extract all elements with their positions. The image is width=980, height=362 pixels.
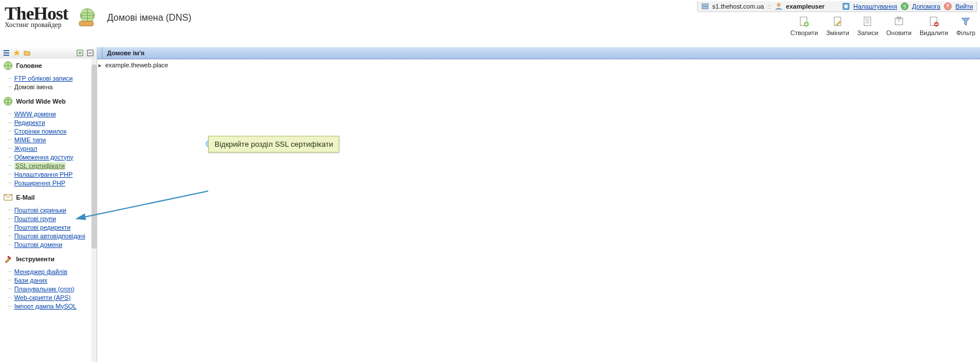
refresh-button[interactable]: Оновити xyxy=(886,16,912,36)
sidebar-item[interactable]: ⋯Поштові автовідповідачі xyxy=(8,231,97,240)
sidebar-item[interactable]: ⋯MIME типи xyxy=(8,135,97,144)
main-panel: Домове ім'я ▸ example.theweb.place xyxy=(97,47,980,362)
sidebar-group-title: World Wide Web xyxy=(16,98,66,105)
sidebar-item-label[interactable]: Бази даних xyxy=(14,277,48,284)
svg-rect-1 xyxy=(702,7,708,9)
sidebar-scrollbar-thumb[interactable] xyxy=(91,64,97,249)
sidebar-item[interactable]: ⋯Редиректи xyxy=(8,118,97,127)
tree-dots: ⋯ xyxy=(8,153,12,161)
tree-dots: ⋯ xyxy=(8,170,12,178)
sidebar-item-label[interactable]: Розширення PHP xyxy=(14,180,66,186)
user-icon xyxy=(775,2,783,10)
sidebar-item-label[interactable]: Налаштування PHP xyxy=(14,171,73,178)
sidebar-item[interactable]: ⋯Обмеження доступу xyxy=(8,153,97,161)
tree-dots: ⋯ xyxy=(8,110,12,117)
brand-line1: TheHost xyxy=(5,6,68,21)
sidebar-item-label[interactable]: Поштові домени xyxy=(14,241,63,248)
tree-dots: ⋯ xyxy=(8,241,12,248)
settings-icon xyxy=(842,2,850,10)
collapse-all-icon[interactable] xyxy=(86,49,94,57)
callout-tooltip: Відкрийте розділ SSL сертифікати xyxy=(208,136,339,153)
globe-icon xyxy=(3,97,13,106)
sidebar-item[interactable]: ⋯Планувальник (cron) xyxy=(8,284,97,293)
sidebar-item-label[interactable]: Поштові автовідповідачі xyxy=(14,233,86,239)
records-button[interactable]: Записи xyxy=(858,16,879,36)
sidebar-item[interactable]: ⋯Домові імена xyxy=(8,82,97,91)
sidebar-item-label[interactable]: Поштові редиректи xyxy=(14,224,71,231)
sidebar-item-label[interactable]: Менеджер файлів xyxy=(14,268,67,275)
svg-text:?: ? xyxy=(903,4,906,10)
sidebar-item-label[interactable]: Web-скрипти (APS) xyxy=(14,294,71,301)
svg-rect-11 xyxy=(79,21,93,26)
tree-dots: ⋯ xyxy=(8,179,12,186)
sidebar-item-label[interactable]: Журнал xyxy=(14,145,37,152)
table-row[interactable]: ▸ example.theweb.place xyxy=(97,59,980,71)
sidebar-item[interactable]: ⋯Розширення PHP xyxy=(8,178,97,187)
mail-icon xyxy=(3,193,13,202)
sidebar-group-head[interactable]: World Wide Web xyxy=(0,94,97,108)
sidebar-item-label[interactable]: Поштові скриньки xyxy=(14,207,67,214)
sidebar-item-label[interactable]: SSL сертифікати xyxy=(14,162,66,169)
sidebar-item-label[interactable]: Сторінки помилок xyxy=(14,128,67,135)
sidebar-item-label[interactable]: FTP облікові записи xyxy=(14,75,73,82)
sidebar-item[interactable]: ⋯Бази даних xyxy=(8,276,97,284)
sidebar-group-head[interactable]: E-Mail xyxy=(0,190,97,204)
tree-dots: ⋯ xyxy=(8,294,12,301)
tree-dots: ⋯ xyxy=(8,268,12,275)
filter-button[interactable]: Фільтр xyxy=(956,16,975,36)
server-icon xyxy=(701,2,709,10)
sidebar-item-label[interactable]: Планувальник (cron) xyxy=(14,285,75,292)
create-button[interactable]: Створити xyxy=(790,16,818,36)
sidebar-item[interactable]: ⋯Web-скрипти (APS) xyxy=(8,293,97,302)
tree-dots: ⋯ xyxy=(8,285,12,292)
tree-dots: ⋯ xyxy=(8,302,12,310)
sidebar-item-label[interactable]: Редиректи xyxy=(14,119,45,126)
sidebar-item[interactable]: ⋯Поштові домени xyxy=(8,240,97,249)
sidebar-item-label[interactable]: Поштові групи xyxy=(14,215,56,222)
sidebar-item-label[interactable]: MIME типи xyxy=(14,136,46,143)
sidebar-item-label[interactable]: WWW домени xyxy=(14,110,56,117)
tree-dots: ⋯ xyxy=(8,144,12,152)
delete-button[interactable]: Видалити xyxy=(920,16,948,36)
sidebar-item[interactable]: ⋯Налаштування PHP xyxy=(8,170,97,178)
help-link[interactable]: Допомога xyxy=(912,3,940,10)
edit-button[interactable]: Змінити xyxy=(826,16,849,36)
sidebar-item[interactable]: ⋯Імпорт дампа MySQL xyxy=(8,302,97,310)
sidebar-item[interactable]: ⋯Поштові скриньки xyxy=(8,205,97,214)
svg-point-2 xyxy=(777,3,780,6)
brand-line2: Хостинг провайдер xyxy=(5,21,68,29)
sidebar-item[interactable]: ⋯SSL сертифікати xyxy=(8,161,97,170)
server-host: s1.thehost.com.ua xyxy=(713,3,764,10)
sidebar-group-head[interactable]: Інструменти xyxy=(0,252,97,266)
sidebar-group-title: Головне xyxy=(16,62,42,69)
settings-link[interactable]: Налаштування xyxy=(853,3,897,10)
sidebar-item-label[interactable]: Домові імена xyxy=(14,83,53,90)
sidebar-item[interactable]: ⋯Поштові редиректи xyxy=(8,223,97,231)
toolbar: Створити Змінити Записи Оновити Видалити… xyxy=(790,16,975,36)
sidebar-item[interactable]: ⋯Менеджер файлів xyxy=(8,267,97,276)
folder-icon[interactable] xyxy=(23,49,31,57)
sidebar-item[interactable]: ⋯Сторінки помилок xyxy=(8,127,97,135)
row-domain: example.theweb.place xyxy=(103,62,170,68)
tree-dots: ⋯ xyxy=(8,119,12,126)
logout-link[interactable]: Вийти xyxy=(955,3,973,10)
tree-dots: ⋯ xyxy=(8,276,12,284)
sidebar-item[interactable]: ⋯WWW домени xyxy=(8,109,97,118)
sidebar-item[interactable]: ⋯Журнал xyxy=(8,144,97,153)
list-icon[interactable] xyxy=(2,49,10,57)
sidebar-item[interactable]: ⋯Поштові групи xyxy=(8,214,97,223)
sidebar-group-title: E-Mail xyxy=(16,194,35,201)
tree-dots: ⋯ xyxy=(8,74,12,82)
sidebar-group-head[interactable]: Головне xyxy=(0,59,97,73)
separator: :: xyxy=(767,3,771,10)
star-icon[interactable] xyxy=(13,49,21,57)
tree-dots: ⋯ xyxy=(8,127,12,135)
column-header-domain[interactable]: Домове ім'я xyxy=(102,49,149,56)
expand-all-icon[interactable] xyxy=(76,49,84,57)
sidebar-item-label[interactable]: Обмеження доступу xyxy=(14,154,74,161)
sidebar-body: Головне⋯FTP облікові записи⋯Домові імена… xyxy=(0,59,97,362)
svg-rect-15 xyxy=(864,17,871,26)
column-gutter xyxy=(97,47,102,59)
sidebar-item[interactable]: ⋯FTP облікові записи xyxy=(8,74,97,82)
sidebar-item-label[interactable]: Імпорт дампа MySQL xyxy=(14,303,77,310)
